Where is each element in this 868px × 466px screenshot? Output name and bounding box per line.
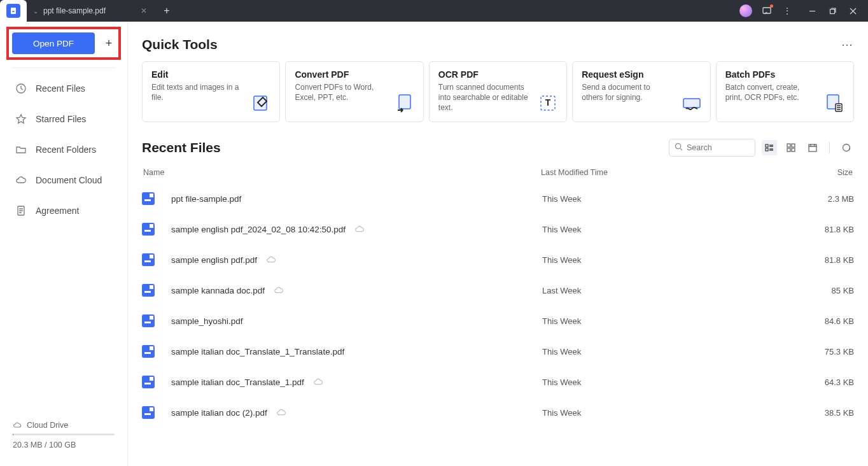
star-icon	[15, 113, 27, 125]
pdf-file-icon	[142, 253, 155, 266]
tool-title: Request eSign	[582, 69, 701, 80]
cloud-sync-icon	[276, 407, 286, 418]
sidebar-item-agreement[interactable]: Agreement	[0, 195, 127, 226]
file-row[interactable]: sample italian doc_Translate_1.pdfThis W…	[142, 367, 854, 397]
tool-card-edit[interactable]: EditEdit texts and images in a file.	[142, 61, 280, 122]
quick-tools-title: Quick Tools	[142, 37, 218, 52]
ocr-pdf-icon: T	[537, 92, 559, 114]
file-row[interactable]: sample english pdf_2024_02_08 10:42:50.p…	[142, 214, 854, 244]
cloud-sync-icon	[266, 255, 276, 265]
pdf-file-icon	[142, 223, 155, 236]
kebab-menu-icon[interactable]: ⋮	[781, 5, 793, 17]
file-tab[interactable]: ⌄ ppt file-sample.pdf ✕	[27, 0, 157, 22]
file-size: 85 KB	[790, 286, 854, 295]
calendar-view-button[interactable]	[805, 140, 820, 155]
file-size: 81.8 KB	[790, 255, 854, 265]
grid-view-button[interactable]	[783, 140, 799, 155]
file-modified: This Week	[542, 408, 790, 418]
titlebar: ⌄ ppt file-sample.pdf ✕ + ⋮	[0, 0, 868, 22]
sidebar-item-recent-folders[interactable]: Recent Folders	[0, 134, 127, 165]
file-row[interactable]: sample english pdf.pdfThis Week81.8 KB	[142, 244, 854, 275]
file-row[interactable]: sample italian doc_Translate_1_Translate…	[142, 336, 854, 367]
quick-tools-more-icon[interactable]: ⋯	[841, 38, 854, 52]
file-name: sample_hyoshi.pdf	[171, 316, 243, 326]
list-view-button[interactable]	[762, 140, 777, 155]
cloud-sync-icon	[354, 224, 365, 234]
refresh-button[interactable]	[839, 140, 854, 155]
col-modified: Last Modified Time	[541, 168, 789, 177]
file-row[interactable]: sample italian doc (2).pdfThis Week38.5 …	[142, 397, 854, 428]
file-name: ppt file-sample.pdf	[171, 194, 241, 204]
tool-card-convert-pdf[interactable]: Convert PDFConvert PDFs to Word, Excel, …	[285, 61, 423, 122]
tool-card-ocr-pdf[interactable]: OCR PDFTurn scanned documents into searc…	[429, 61, 567, 122]
create-pdf-button[interactable]: +	[102, 37, 115, 50]
pdf-file-icon	[142, 192, 155, 205]
maximize-button[interactable]	[822, 0, 843, 22]
file-row[interactable]: ppt file-sample.pdfThis Week2.3 MB	[142, 183, 854, 214]
app-logo-icon	[6, 4, 20, 18]
svg-rect-20	[792, 148, 795, 152]
convert-pdf-icon	[394, 92, 416, 114]
batch-pdfs-icon	[824, 92, 846, 114]
file-size: 75.3 KB	[790, 347, 854, 357]
tool-card-batch-pdfs[interactable]: Batch PDFsBatch convert, create, print, …	[716, 61, 854, 122]
tool-card-request-esign[interactable]: Request eSignSend a document to others f…	[572, 61, 710, 122]
file-row[interactable]: sample kannada doc.pdfLast Week85 KB	[142, 275, 854, 306]
minimize-button[interactable]	[802, 0, 822, 22]
file-modified: This Week	[542, 378, 790, 387]
home-tab[interactable]	[0, 0, 27, 22]
open-pdf-button[interactable]: Open PDF	[12, 32, 95, 54]
divider	[829, 142, 830, 153]
sidebar: Open PDF + Recent Files Starred Files Re…	[0, 22, 128, 466]
open-pdf-highlight: Open PDF +	[6, 27, 121, 60]
file-row[interactable]: sample_hyoshi.pdfThis Week84.6 KB	[142, 306, 854, 336]
cloud-sync-icon	[274, 285, 284, 295]
edit-icon	[250, 92, 272, 114]
svg-rect-17	[787, 144, 790, 147]
file-name: sample italian doc_Translate_1_Translate…	[171, 347, 344, 357]
svg-rect-11	[683, 99, 700, 108]
file-name: sample italian doc (2).pdf	[171, 408, 267, 418]
sidebar-item-label: Recent Files	[36, 83, 85, 94]
notification-icon[interactable]	[761, 5, 773, 17]
pdf-file-icon	[142, 314, 155, 327]
tool-title: Batch PDFs	[725, 69, 844, 80]
tool-title: OCR PDF	[438, 69, 557, 80]
table-header: Name Last Modified Time Size	[142, 168, 854, 183]
sidebar-item-recent-files[interactable]: Recent Files	[0, 73, 127, 104]
file-modified: Last Week	[542, 286, 790, 295]
file-modified: This Week	[542, 194, 790, 204]
new-tab-button[interactable]: +	[157, 5, 176, 17]
pdf-file-icon	[142, 406, 155, 419]
sidebar-item-label: Starred Files	[36, 114, 86, 124]
svg-rect-18	[792, 144, 795, 147]
close-window-button[interactable]	[843, 0, 863, 22]
svg-rect-21	[809, 145, 816, 152]
request-esign-icon	[681, 92, 703, 114]
tool-title: Edit	[151, 69, 270, 80]
sidebar-item-document-cloud[interactable]: Document Cloud	[0, 165, 127, 195]
tab-title: ppt file-sample.pdf	[43, 6, 106, 15]
search-input-wrapper[interactable]	[669, 139, 755, 157]
file-name: sample italian doc_Translate_1.pdf	[171, 378, 304, 387]
cloud-icon	[13, 421, 22, 430]
sidebar-item-label: Agreement	[36, 206, 79, 216]
file-size: 64.3 KB	[790, 378, 854, 387]
svg-point-14	[675, 143, 680, 148]
clock-icon	[15, 83, 27, 94]
sidebar-item-starred-files[interactable]: Starred Files	[0, 104, 127, 134]
file-size: 2.3 MB	[790, 194, 854, 204]
file-name: sample english pdf_2024_02_08 10:42:50.p…	[171, 225, 346, 234]
svg-text:T: T	[545, 97, 551, 108]
sidebar-item-label: Recent Folders	[36, 145, 96, 155]
folder-icon	[15, 144, 27, 155]
svg-rect-16	[766, 148, 768, 151]
file-size: 81.8 KB	[790, 225, 854, 234]
svg-rect-8	[399, 95, 410, 109]
col-name: Name	[143, 168, 541, 177]
close-tab-icon[interactable]: ✕	[139, 6, 148, 15]
svg-rect-0	[11, 8, 16, 14]
chevron-down-icon: ⌄	[33, 8, 38, 15]
pdf-file-icon	[142, 376, 155, 388]
avatar[interactable]	[739, 4, 752, 17]
